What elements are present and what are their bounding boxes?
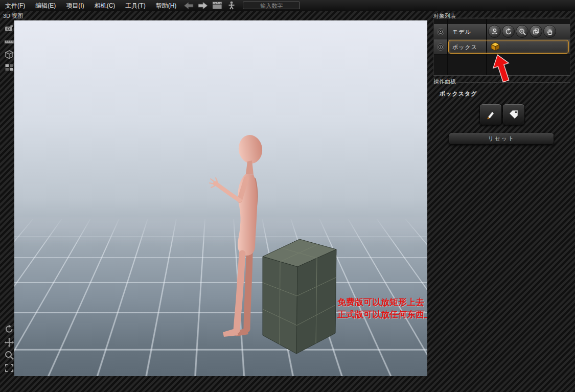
rotate-tool-icon[interactable] [502,25,515,38]
menu-edit[interactable]: 编辑(E) [30,0,61,11]
viewport-3d[interactable]: 免费版可以放矩形上去 正式版可以放任何东西上去 [14,20,427,376]
object-row-label: モデル [452,24,471,39]
menu-camera[interactable]: 相机(C) [89,0,121,11]
reset-button[interactable]: リセット [449,133,554,145]
paint-button[interactable] [479,104,502,125]
tag-buttons [479,104,525,125]
clapperboard-icon[interactable] [211,1,224,11]
camera-icon[interactable] [4,24,14,34]
viewport-title: 3D 视图 [3,12,23,20]
mannequin-icon[interactable] [225,1,238,11]
box-icon[interactable] [490,41,500,54]
column-divider [447,19,448,75]
operation-panel-title: 操作面板 [433,78,456,85]
red-pointer-arrow [488,53,517,85]
number-input[interactable] [243,2,300,9]
hand-tool-icon[interactable] [543,25,556,38]
blocks-icon[interactable] [4,62,14,73]
copy-tool-icon[interactable] [530,25,542,38]
menu-project[interactable]: 项目(I) [61,0,89,11]
menu-tools[interactable]: 工具(T) [120,0,150,11]
model-tools [488,25,556,38]
annotation-line1: 免费版可以放矩形上去 [337,296,427,309]
model-tool-icon[interactable] [488,25,501,38]
tag-button[interactable] [502,104,525,125]
box-tag-label: ボックスタグ [440,90,477,98]
annotation-text: 免费版可以放矩形上去 正式版可以放任何东西上去 [337,296,427,321]
annotation-line2: 正式版可以放任何东西上去 [337,309,427,321]
forward-icon[interactable] [196,1,210,11]
object-row-model[interactable]: モデル [434,24,570,39]
object-row-label: ボックス [452,39,477,55]
zoom-tool-icon[interactable] [516,25,528,38]
model-figure[interactable] [204,129,281,343]
menu-file[interactable]: 文件(F) [0,0,30,11]
back-icon[interactable] [182,1,195,11]
visibility-icon[interactable] [436,28,445,36]
zoom-view-icon[interactable] [4,350,14,360]
frame-view-icon[interactable] [4,363,14,373]
cube-icon[interactable] [4,50,14,60]
move-view-icon[interactable] [4,337,14,348]
menu-help[interactable]: 帮助(H) [151,0,182,11]
column-divider [486,19,487,75]
rotate-view-icon[interactable] [4,324,14,334]
menu-bar: 文件(F) 编辑(E) 项目(I) 相机(C) 工具(T) 帮助(H) [0,0,575,11]
ruler-icon[interactable] [4,37,14,47]
visibility-icon[interactable] [436,43,445,51]
object-row-box[interactable]: ボックス [434,39,570,55]
